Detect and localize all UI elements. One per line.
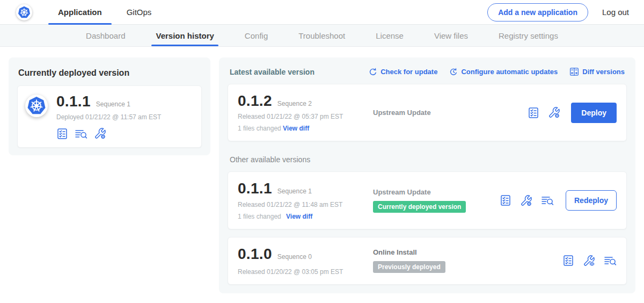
deployed-panel-title: Currently deployed version [18,68,201,78]
check-for-update-link[interactable]: Check for update [369,68,437,76]
subnav-view-files[interactable]: View files [434,25,468,46]
subnav-registry-settings[interactable]: Registry settings [499,25,558,46]
subnav-dashboard[interactable]: Dashboard [86,25,125,46]
header-tabs: Application GitOps [49,0,167,25]
version-released: Released 01/20/22 @ 03:05 pm EST [238,268,373,276]
deploy-logs-icon[interactable] [604,255,617,266]
subnav-troubleshoot-label: Troubleshoot [298,31,345,40]
version-number: 0.1.1 [238,181,272,196]
previously-deployed-badge: Previously deployed [373,261,445,273]
version-card-0-1-2: 0.1.2 Sequence 2 Released 01/21/22 @ 05:… [228,84,627,141]
subnav-registry-settings-label: Registry settings [499,31,558,40]
subnav-config-label: Config [245,31,268,40]
tab-application-label: Application [58,8,102,17]
version-sequence: Sequence 2 [277,100,312,107]
diff-icon [569,67,579,76]
files-changed: 1 files changed [238,125,281,132]
view-config-icon[interactable] [583,255,595,267]
available-versions-panel: Latest available version Check for updat… [219,57,635,293]
version-released: Released 01/21/22 @ 05:37 pm EST [238,113,373,120]
currently-deployed-badge: Currently deployed version [373,201,466,213]
subnav-version-history[interactable]: Version history [156,25,214,46]
other-versions-title: Other available versions [230,155,625,164]
subnav-troubleshoot[interactable]: Troubleshoot [298,25,345,46]
edit-config-icon[interactable] [520,194,532,207]
tab-gitops-label: GitOps [127,8,152,17]
schedule-icon [449,68,458,76]
preflight-checks-icon[interactable] [56,128,68,140]
check-for-update-label: Check for update [380,68,437,76]
kubernetes-logo [16,4,32,20]
latest-available-title: Latest available version [230,68,314,76]
configure-automatic-updates-link[interactable]: Configure automatic updates [449,68,558,76]
files-changed: 1 files changed [238,213,281,220]
refresh-icon [369,68,377,76]
subnav-view-files-label: View files [434,31,468,40]
version-card-0-1-1: 0.1.1 Sequence 1 Released 01/21/22 @ 11:… [228,171,627,229]
kubernetes-logo-icon [18,6,31,19]
view-diff-link[interactable]: View diff [283,125,309,132]
diff-versions-link[interactable]: Diff versions [569,67,625,76]
app-subnav: Dashboard Version history Config Trouble… [0,25,644,47]
deploy-button[interactable]: Deploy [571,103,617,123]
subnav-license-label: License [376,31,404,40]
app-icon [25,95,48,117]
header-right: Add a new application Log out [487,3,629,21]
subnav-config[interactable]: Config [245,25,268,46]
preflight-checks-icon[interactable] [528,107,539,119]
version-sequence: Sequence 0 [277,253,312,261]
diff-versions-label: Diff versions [582,68,625,76]
deployed-sequence: Sequence 1 [96,100,130,108]
redeploy-button[interactable]: Redeploy [566,190,617,211]
version-source: Upstream Update [373,109,431,117]
version-sequence: Sequence 1 [277,187,312,195]
edit-config-icon[interactable] [548,106,560,119]
deployed-version-card: 0.1.1 Sequence 1 Deployed 01/21/22 @ 11:… [17,85,202,148]
deploy-logs-icon[interactable] [75,128,87,140]
logout-link[interactable]: Log out [602,8,629,17]
deployed-version-number: 0.1.1 [56,93,91,109]
add-application-button[interactable]: Add a new application [487,3,588,21]
tab-application[interactable]: Application [49,0,111,25]
version-number: 0.1.0 [238,246,272,262]
app-header: Application GitOps Add a new application… [0,0,644,25]
version-card-0-1-0: 0.1.0 Sequence 0 Released 01/20/22 @ 03:… [228,237,627,285]
currently-deployed-panel: Currently deployed version [9,57,210,155]
main-content: Currently deployed version [0,47,644,293]
deployed-timestamp: Deployed 01/21/22 @ 11:57 am EST [56,113,161,121]
configure-automatic-updates-label: Configure automatic updates [461,68,558,76]
version-number: 0.1.2 [238,93,272,109]
preflight-checks-icon[interactable] [562,255,574,266]
kubernetes-app-icon [27,96,46,116]
view-diff-link[interactable]: View diff [286,213,312,220]
deploy-logs-icon[interactable] [541,194,554,206]
tab-gitops[interactable]: GitOps [118,0,160,25]
preflight-checks-icon[interactable] [500,194,511,206]
subnav-dashboard-label: Dashboard [86,31,125,40]
edit-config-icon[interactable] [94,127,106,140]
subnav-license[interactable]: License [376,25,404,46]
deployed-version-info: 0.1.1 Sequence 1 Deployed 01/21/22 @ 11:… [56,93,161,140]
version-source: Online Install [373,248,417,256]
version-released: Released 01/21/22 @ 11:48 am EST [238,201,373,208]
subnav-version-history-label: Version history [156,31,214,40]
version-source: Upstream Update [373,188,431,196]
